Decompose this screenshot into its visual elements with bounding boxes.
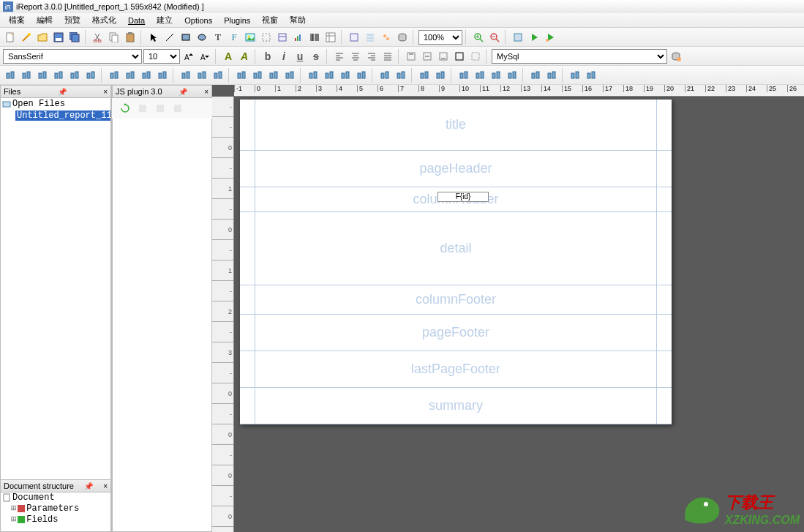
align-right-margin-icon[interactable]: [123, 68, 138, 83]
save-all-icon[interactable]: [67, 30, 82, 45]
image-icon[interactable]: [243, 30, 258, 45]
band-pageHeader[interactable]: pageHeader: [240, 151, 672, 187]
add-icon[interactable]: [568, 68, 582, 83]
frame-icon[interactable]: [259, 30, 274, 45]
ellipse-icon[interactable]: [195, 30, 209, 45]
plugin-btn2-icon[interactable]: [153, 101, 168, 116]
band-columnFooter[interactable]: columnFooter: [240, 285, 672, 315]
space-v-rem-icon[interactable]: [354, 68, 369, 83]
text-static-icon[interactable]: T: [211, 30, 225, 45]
same-size-icon[interactable]: [211, 68, 225, 83]
copy-icon[interactable]: [107, 30, 121, 45]
tree-item[interactable]: Untitled_report_11: [1, 110, 110, 121]
compile-icon[interactable]: [511, 30, 525, 45]
paste-icon[interactable]: [123, 30, 138, 45]
organize-right-icon[interactable]: [473, 68, 487, 83]
band-summary[interactable]: summary: [240, 388, 672, 424]
band-title[interactable]: title: [240, 100, 672, 151]
join-right-icon[interactable]: [433, 68, 448, 83]
align-left-edge-icon[interactable]: [3, 68, 18, 83]
field-expression[interactable]: F{id}: [437, 192, 489, 202]
italic-i-icon[interactable]: i: [277, 49, 291, 64]
barcode-icon[interactable]: [307, 30, 322, 45]
zoom-out-icon[interactable]: [487, 30, 502, 45]
run-icon[interactable]: [527, 30, 541, 45]
space-v-inc-icon[interactable]: [322, 68, 337, 83]
space-h-icon[interactable]: [234, 68, 249, 83]
new-icon[interactable]: [3, 30, 18, 45]
report-page[interactable]: titlepageHeadercolumnHeaderF{id}detailco…: [240, 100, 672, 424]
close-icon[interactable]: ×: [103, 88, 108, 96]
line-icon[interactable]: [162, 30, 177, 45]
pin-icon[interactable]: 📌: [58, 88, 67, 96]
font-decrease-icon[interactable]: A: [198, 49, 212, 64]
wizard-icon[interactable]: [19, 30, 34, 45]
space-v-icon[interactable]: [306, 68, 320, 83]
files-tree[interactable]: Open Files Untitled_report_11: [0, 98, 111, 520]
align-right-icon[interactable]: [364, 49, 379, 64]
run-db-icon[interactable]: [543, 30, 557, 45]
same-height-icon[interactable]: [195, 68, 209, 83]
font-combo[interactable]: SansSerif: [3, 49, 142, 64]
chart-icon[interactable]: [291, 30, 306, 45]
border-icon[interactable]: [452, 49, 467, 64]
strike-icon[interactable]: s: [309, 49, 323, 64]
align-center-v-icon[interactable]: [67, 68, 82, 83]
space-h-inc-icon[interactable]: [250, 68, 265, 83]
design-canvas[interactable]: -101234567891011121314151617181920212223…: [212, 85, 804, 532]
align-bottom-margin-icon[interactable]: [155, 68, 170, 83]
parameters-icon[interactable]: [347, 30, 361, 45]
pin-icon[interactable]: 📌: [84, 482, 93, 490]
save-icon[interactable]: [51, 30, 66, 45]
valign-bottom-icon[interactable]: [436, 49, 451, 64]
align-right-edge-icon[interactable]: [35, 68, 50, 83]
border2-icon[interactable]: [468, 49, 483, 64]
menu-edit[interactable]: 編輯: [31, 13, 59, 27]
menu-new[interactable]: 建立: [151, 13, 179, 27]
menu-preview[interactable]: 預覽: [59, 13, 86, 27]
space-h-rem-icon[interactable]: [282, 68, 297, 83]
space-v-dec-icon[interactable]: [338, 68, 353, 83]
menu-help[interactable]: 幫助: [284, 13, 312, 27]
band-detail[interactable]: detail: [240, 212, 672, 285]
magnet-icon[interactable]: [584, 68, 598, 83]
bring-front-icon[interactable]: [528, 68, 543, 83]
bold-icon[interactable]: A: [221, 49, 236, 64]
database-icon[interactable]: [395, 30, 410, 45]
underline-icon[interactable]: u: [293, 49, 307, 64]
size-combo[interactable]: 10: [143, 49, 180, 64]
align-center-h-icon[interactable]: [19, 68, 34, 83]
valign-middle-icon[interactable]: [420, 49, 435, 64]
text-field-icon[interactable]: F: [227, 30, 241, 45]
ds-parameters[interactable]: ⊞Parameters: [1, 503, 110, 514]
align-top-edge-icon[interactable]: [51, 68, 66, 83]
menu-plugins[interactable]: Plugins: [218, 15, 256, 26]
doc-struct-tree[interactable]: Document ⊞Parameters ⊞Fields: [0, 492, 111, 532]
bold-b-icon[interactable]: b: [260, 49, 275, 64]
zoom-in-icon[interactable]: [471, 30, 486, 45]
organize-down-icon[interactable]: [505, 68, 519, 83]
plugin-refresh-icon[interactable]: [118, 101, 132, 116]
band-pageFooter[interactable]: pageFooter: [240, 315, 672, 351]
menu-window[interactable]: 視窗: [256, 13, 284, 27]
align-center-icon[interactable]: [348, 49, 363, 64]
ds-fields[interactable]: ⊞Fields: [1, 514, 110, 525]
organize-left-icon[interactable]: [457, 68, 471, 83]
band-lastPageFooter[interactable]: lastPageFooter: [240, 351, 672, 388]
align-left-margin-icon[interactable]: [107, 68, 121, 83]
space-h-dec-icon[interactable]: [266, 68, 281, 83]
menu-options[interactable]: Options: [179, 15, 218, 26]
close-icon[interactable]: ×: [103, 482, 108, 490]
organize-up-icon[interactable]: [489, 68, 503, 83]
valign-top-icon[interactable]: [404, 49, 418, 64]
align-left-icon[interactable]: [332, 49, 347, 64]
align-bottom-edge-icon[interactable]: [83, 68, 98, 83]
align-top-margin-icon[interactable]: [139, 68, 154, 83]
band-columnHeader[interactable]: columnHeaderF{id}: [240, 187, 672, 212]
menu-file[interactable]: 檔案: [3, 13, 31, 27]
database-combo[interactable]: MySql: [492, 49, 667, 64]
align-justify-icon[interactable]: [380, 49, 395, 64]
groups-icon[interactable]: [379, 30, 394, 45]
tree-root[interactable]: Open Files: [1, 98, 110, 110]
close-icon[interactable]: ×: [204, 88, 208, 96]
